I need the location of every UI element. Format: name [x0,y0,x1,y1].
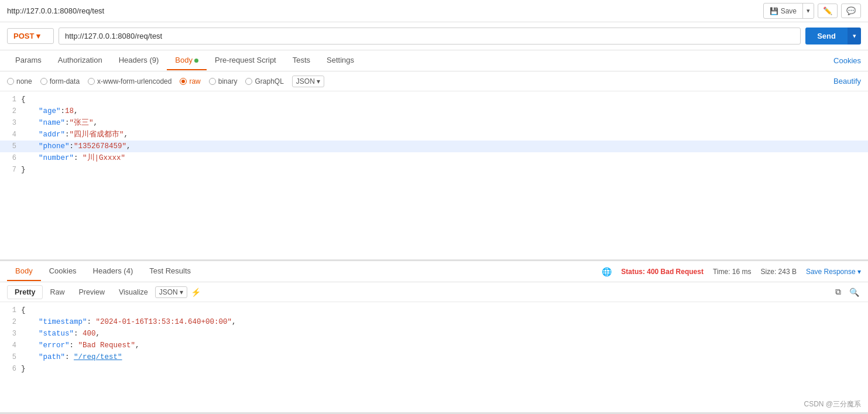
body-format-bar: none form-data x-www-form-urlencoded raw… [0,71,868,91]
filter-icon[interactable]: ⚡ [191,288,201,297]
fmt-tab-raw[interactable]: Raw [43,286,71,299]
status-badge: Status: 400 Bad Request [621,268,704,276]
radio-dot-raw [181,80,185,83]
radio-circle-raw [180,78,187,85]
response-section: Body Cookies Headers (4) Test Results 🌐 … [0,261,868,414]
resp-line-5: 5 "path": "/req/test" [0,351,868,363]
cookies-link[interactable]: Cookies [833,56,861,65]
radio-circle-graphql [245,78,252,85]
beautify-link[interactable]: Beautify [833,77,861,85]
send-dropdown-button[interactable]: ▾ [848,28,861,45]
resp-tab-body[interactable]: Body [7,262,41,281]
resp-tab-test-results[interactable]: Test Results [141,262,199,281]
send-button[interactable]: Send [805,28,848,45]
save-response-link[interactable]: Save Response ▾ [806,268,861,276]
globe-icon: 🌐 [602,267,612,276]
tab-settings[interactable]: Settings [318,51,362,70]
tab-prerequest[interactable]: Pre-request Script [207,51,284,70]
resp-json-dropdown[interactable]: JSON ▾ [155,286,187,298]
radio-circle-formdata [40,78,47,85]
copy-icon[interactable]: ⧉ [833,285,843,299]
title-bar: http://127.0.0.1:8080/req/test 💾 Save ▾ … [0,0,868,22]
radio-graphql[interactable]: GraphQL [245,77,283,85]
req-line-2: 2 "age":18, [0,105,868,117]
req-line-4: 4 "addr":"四川省成都市", [0,129,868,141]
size-value: Size: 243 B [761,268,797,276]
response-tabs: Body Cookies Headers (4) Test Results [7,262,199,281]
save-dropdown-button[interactable]: ▾ [802,4,814,18]
title-url: http://127.0.0.1:8080/req/test [7,6,104,15]
req-line-5: 5 "phone":"1352678459", [0,141,868,152]
body-active-dot [194,59,198,63]
url-input[interactable] [59,28,801,45]
fmt-tab-preview[interactable]: Preview [71,286,111,299]
req-line-7: 7 } [0,164,868,176]
response-format-tabs: Pretty Raw Preview Visualize JSON ▾ ⚡ [7,285,201,299]
radio-none[interactable]: none [7,77,32,85]
radio-binary[interactable]: binary [209,77,238,85]
tab-params[interactable]: Params [7,51,50,70]
response-tabs-bar: Body Cookies Headers (4) Test Results 🌐 … [0,261,868,282]
url-bar: POST ▾ Send ▾ [0,22,868,50]
save-icon: 💾 [770,7,778,15]
radio-circle-none [7,78,14,85]
fmt-tab-visualize[interactable]: Visualize [112,286,155,299]
save-response-caret: ▾ [857,268,861,276]
tab-body[interactable]: Body [167,51,207,70]
response-editor: 1 { 2 "timestamp": "2024-01-16T13:53:14.… [0,302,868,414]
response-format-bar: Pretty Raw Preview Visualize JSON ▾ ⚡ ⧉ … [0,282,868,302]
resp-dropdown-caret: ▾ [180,288,183,296]
req-line-1: 1 { [0,94,868,105]
send-group: Send ▾ [805,28,861,45]
req-line-6: 6 "number": "川|Gxxxx" [0,152,868,164]
body-format-options: none form-data x-www-form-urlencoded raw… [7,76,324,87]
resp-line-2: 2 "timestamp": "2024-01-16T13:53:14.640+… [0,316,868,328]
tab-headers[interactable]: Headers (9) [111,51,167,70]
resp-line-6: 6 } [0,363,868,375]
title-actions: 💾 Save ▾ ✏️ 💬 [763,3,861,19]
radio-urlencoded[interactable]: x-www-form-urlencoded [88,77,171,85]
req-line-3: 3 "name":"张三", [0,117,868,129]
radio-formdata[interactable]: form-data [40,77,80,85]
json-dropdown-caret: ▾ [317,77,320,85]
save-button[interactable]: 💾 Save [764,5,802,18]
method-select[interactable]: POST ▾ [7,28,54,44]
method-caret: ▾ [36,32,40,40]
request-tabs: Params Authorization Headers (9) Body Pr… [0,50,868,71]
comment-button[interactable]: 💬 [841,4,861,18]
resp-line-1: 1 { [0,304,868,316]
fmt-tab-pretty[interactable]: Pretty [7,285,43,299]
watermark: CSDN @三分魔系 [804,399,861,409]
json-format-dropdown[interactable]: JSON ▾ [292,76,324,87]
response-status-bar: 🌐 Status: 400 Bad Request Time: 16 ms Si… [602,267,861,276]
tab-authorization[interactable]: Authorization [50,51,111,70]
time-value: Time: 16 ms [713,268,752,276]
resp-tab-headers[interactable]: Headers (4) [85,262,142,281]
request-editor[interactable]: 1 { 2 "age":18, 3 "name":"张三", 4 "addr":… [0,91,868,261]
radio-circle-urlencoded [88,78,95,85]
response-format-right: ⧉ 🔍 [833,285,861,299]
radio-raw[interactable]: raw [180,77,200,85]
tab-tests[interactable]: Tests [284,51,318,70]
search-icon[interactable]: 🔍 [848,286,861,299]
resp-line-3: 3 "status": 400, [0,328,868,340]
edit-button[interactable]: ✏️ [818,4,838,18]
resp-tab-cookies[interactable]: Cookies [41,262,85,281]
request-tabs-left: Params Authorization Headers (9) Body Pr… [7,51,362,70]
radio-circle-binary [209,78,216,85]
resp-line-4: 4 "error": "Bad Request", [0,340,868,351]
